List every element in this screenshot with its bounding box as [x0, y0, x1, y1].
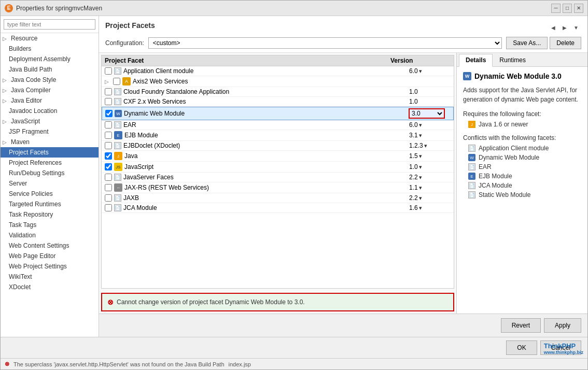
revert-button[interactable]: Revert [501, 318, 541, 333]
version-dropdown-arrow[interactable]: ▾ [419, 205, 422, 211]
sidebar-item-service-policies[interactable]: Service Policies [1, 189, 99, 199]
facet-version: 3.0 2.5 2.4 [409, 108, 450, 119]
requires-label: Requires the following facet: [463, 110, 581, 118]
sidebar-item-label: JavaScript [11, 118, 40, 125]
sidebar-item-javadoc-location[interactable]: Javadoc Location [1, 106, 99, 116]
nav-dropdown-button[interactable]: ▼ [571, 22, 581, 33]
sidebar-item-java-code-style[interactable]: ▷ Java Code Style [1, 75, 99, 85]
facet-name: Application Client module [123, 67, 407, 75]
back-button[interactable]: ◀ [548, 22, 558, 33]
sidebar-item-java-build-path[interactable]: Java Build Path [1, 64, 99, 75]
expand-arrow: ▷ [3, 77, 9, 83]
sidebar-item-label: Run/Debug Settings [9, 169, 64, 177]
facet-checkbox-java[interactable] [105, 152, 112, 160]
sidebar-item-java-editor[interactable]: ▷ Java Editor [1, 95, 99, 106]
sidebar-item-java-compiler[interactable]: ▷ Java Compiler [1, 85, 99, 95]
list-item: 📄 EAR [463, 163, 581, 170]
table-row: 📄 JCA Module 1.6 ▾ [102, 203, 454, 213]
close-button[interactable]: ✕ [574, 4, 583, 13]
sidebar-item-targeted-runtimes[interactable]: Targeted Runtimes [1, 199, 99, 209]
sidebar-item-task-tags[interactable]: Task Tags [1, 220, 99, 230]
sidebar-item-resource[interactable]: ▷ Resource [1, 33, 99, 44]
sidebar-item-xdoclet[interactable]: XDoclet [1, 282, 99, 292]
facet-checkbox-jaxb[interactable] [105, 194, 112, 202]
minimize-button[interactable]: ─ [551, 4, 561, 13]
sidebar-item-label: Web Project Settings [9, 263, 67, 270]
facet-checkbox-jaxrs[interactable] [105, 184, 112, 191]
detail-title: W Dynamic Web Module 3.0 [463, 72, 581, 80]
version-dropdown-arrow[interactable]: ▾ [419, 164, 422, 170]
row-expand-arrow[interactable]: ▷ [105, 79, 111, 84]
sidebar-item-wikitext[interactable]: WikiText [1, 272, 99, 282]
conflict-page-icon: 📄 [468, 163, 475, 170]
sidebar-item-web-page-editor[interactable]: Web Page Editor [1, 251, 99, 261]
sidebar-item-run-debug-settings[interactable]: Run/Debug Settings [1, 168, 99, 178]
facet-checkbox-cloud-foundry[interactable] [105, 88, 112, 95]
version-dropdown-arrow[interactable]: ▾ [419, 68, 422, 75]
sidebar-item-project-facets[interactable]: Project Facets [1, 147, 99, 158]
sidebar-item-validation[interactable]: Validation [1, 230, 99, 240]
sidebar-item-label: Maven [11, 138, 30, 146]
forward-button[interactable]: ▶ [559, 22, 570, 33]
dynamic-web-version-select[interactable]: 3.0 2.5 2.4 [409, 108, 445, 119]
javascript-icon: JS [114, 163, 122, 171]
conflict-text: EJB Module [479, 173, 512, 180]
page-icon: 📄 [114, 67, 121, 75]
facet-checkbox-app-client[interactable] [105, 67, 112, 75]
conflict-ejb-icon: E [468, 173, 475, 180]
configuration-select[interactable]: <custom> [148, 37, 502, 49]
table-row: 📄 EJBDoclet (XDoclet) 1.2.3 ▾ [102, 141, 454, 151]
sidebar-item-web-content-settings[interactable]: Web Content Settings [1, 240, 99, 251]
facet-checkbox-jsf[interactable] [105, 174, 112, 181]
version-dropdown-arrow[interactable]: ▾ [419, 174, 422, 181]
tab-runtimes[interactable]: Runtimes [493, 54, 533, 66]
sidebar-item-jsp-fragment[interactable]: JSP Fragment [1, 126, 99, 137]
facet-checkbox-dynamic-web[interactable] [105, 110, 113, 117]
facet-version: 3.1 ▾ [409, 132, 451, 139]
apply-button[interactable]: Apply [544, 318, 581, 333]
table-row: JS JavaScript 1.0 ▾ [102, 162, 454, 173]
version-dropdown-arrow[interactable]: ▾ [419, 122, 422, 129]
facet-checkbox-axis2[interactable] [113, 78, 120, 85]
facet-checkbox-jca[interactable] [105, 204, 112, 211]
tab-details[interactable]: Details [459, 54, 493, 67]
facet-checkbox-ejb[interactable] [105, 132, 112, 139]
delete-button[interactable]: Delete [550, 37, 581, 49]
filter-input[interactable] [4, 19, 95, 30]
facet-name: JAX-RS (REST Web Services) [124, 184, 407, 191]
save-as-button[interactable]: Save As... [506, 37, 548, 49]
facet-version: 2.2 ▾ [409, 174, 451, 181]
sidebar-item-javascript[interactable]: ▷ JavaScript [1, 116, 99, 126]
version-dropdown-arrow[interactable]: ▾ [419, 132, 422, 139]
sidebar-item-label: Java Compiler [11, 87, 51, 94]
sidebar-item-web-project-settings[interactable]: Web Project Settings [1, 261, 99, 272]
sidebar-item-label: Builders [9, 45, 31, 52]
facet-version: 6.0 ▾ [409, 67, 451, 75]
sidebar-item-maven[interactable]: ▷ Maven [1, 137, 99, 147]
facet-checkbox-ejbdoclet[interactable] [105, 142, 112, 149]
panel-header: Project Facets ◀ ▶ ▼ Configuration: <cus… [99, 16, 587, 53]
ok-button[interactable]: OK [506, 340, 537, 355]
sidebar-item-label: Targeted Runtimes [9, 201, 61, 208]
facet-checkbox-ear[interactable] [105, 121, 112, 129]
version-dropdown-arrow[interactable]: ▾ [424, 143, 427, 149]
facet-checkbox-cxf[interactable] [105, 98, 112, 105]
sidebar-item-task-repository[interactable]: Task Repository [1, 209, 99, 220]
facet-checkbox-javascript[interactable] [105, 163, 112, 170]
maximize-button[interactable]: □ [563, 4, 572, 13]
version-dropdown-arrow[interactable]: ▾ [419, 153, 422, 160]
header-buttons: Save As... Delete [506, 37, 581, 49]
facet-version: 1.2.3 ▾ [409, 142, 451, 149]
table-row: E EJB Module 3.1 ▾ [102, 130, 454, 141]
facet-area: Project Facet Version 📄 Application Clie… [99, 53, 587, 314]
sidebar-item-deployment-assembly[interactable]: Deployment Assembly [1, 54, 99, 64]
bottom-bar: Revert Apply [99, 314, 587, 337]
version-dropdown-arrow[interactable]: ▾ [419, 195, 422, 202]
sidebar-item-server[interactable]: Server [1, 178, 99, 189]
version-dropdown-arrow[interactable]: ▾ [419, 184, 422, 191]
detail-description: Adds support for the Java Servlet API, f… [463, 86, 581, 104]
sidebar-item-builders[interactable]: Builders [1, 44, 99, 54]
expand-arrow: ▷ [3, 119, 9, 124]
sidebar-item-project-references[interactable]: Project References [1, 158, 99, 168]
sidebar-item-label: JSP Fragment [9, 128, 48, 135]
